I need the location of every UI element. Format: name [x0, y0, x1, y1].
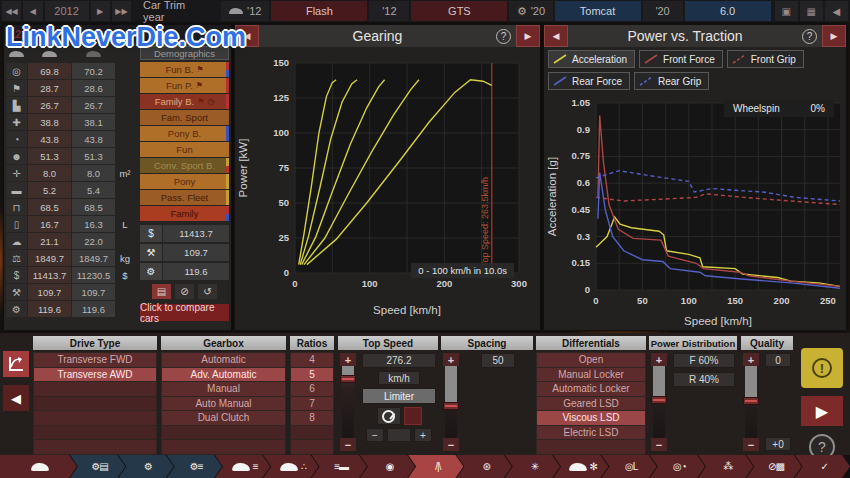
- variant-year-cell[interactable]: '20: [643, 1, 683, 21]
- tab-engine-family[interactable]: ⚙▤: [70, 455, 125, 478]
- variant-name-cell[interactable]: 6.0: [685, 1, 771, 21]
- spacing-slider[interactable]: + −: [443, 353, 459, 451]
- option-5[interactable]: 5: [291, 368, 333, 382]
- tab-car-body[interactable]: [0, 455, 77, 478]
- option-viscous-lsd[interactable]: Viscous LSD: [537, 411, 645, 425]
- demographic-fun-b[interactable]: Fun B.⚑: [140, 62, 229, 77]
- slider-handle[interactable]: [743, 397, 759, 405]
- option-automatic-locker[interactable]: Automatic Locker: [537, 382, 645, 396]
- limiter-gauge-button[interactable]: [377, 407, 401, 425]
- tab-brake-balance[interactable]: ◎◔: [650, 455, 705, 478]
- demographic-family[interactable]: Family: [140, 206, 229, 221]
- limiter-toggle[interactable]: [404, 407, 422, 425]
- compare-cars-button[interactable]: Click to compare cars: [140, 304, 229, 321]
- power-distribution-slider[interactable]: + −: [651, 353, 667, 451]
- tab-trim-fixtures[interactable]: ≡: [215, 455, 270, 478]
- minus-button[interactable]: −: [443, 438, 459, 451]
- next-graph-arrow[interactable]: ▶: [516, 25, 540, 47]
- option-7[interactable]: 7: [291, 397, 333, 411]
- trim-year-cell[interactable]: '12: [369, 1, 409, 21]
- tab-engine-variant[interactable]: ⚙: [118, 455, 173, 478]
- option-transverse-awd[interactable]: Transverse AWD: [34, 368, 156, 382]
- legend-front-grip[interactable]: Front Grip: [727, 50, 804, 68]
- photo-mode-icon[interactable]: ▣: [775, 1, 798, 21]
- option-8[interactable]: 8: [291, 411, 333, 425]
- engine-family-cell[interactable]: Tomcat: [555, 1, 641, 21]
- demographic-fam-sport[interactable]: Fam. Sport: [140, 110, 229, 125]
- year-last-button[interactable]: ▶▶: [112, 1, 131, 21]
- option-geared-lsd[interactable]: Geared LSD: [537, 397, 645, 411]
- undo-button[interactable]: ↺: [198, 284, 217, 299]
- engine-year-cell[interactable]: ⚙ '20: [509, 1, 552, 21]
- tab-suspension[interactable]: ∴: [263, 455, 318, 478]
- plus-button[interactable]: +: [340, 353, 356, 366]
- limiter-button[interactable]: Limiter: [362, 388, 436, 404]
- slider-handle[interactable]: [340, 375, 356, 383]
- legend-rear-force[interactable]: Rear Force: [548, 72, 630, 90]
- tab-drivetrain[interactable]: ≡▬: [312, 455, 367, 478]
- option-auto-manual[interactable]: Auto Manual: [162, 397, 285, 411]
- plus-button[interactable]: +: [651, 353, 667, 366]
- tab-aerodynamics[interactable]: ✻: [553, 455, 608, 478]
- help-icon[interactable]: ?: [802, 29, 817, 44]
- back-icon[interactable]: ◀: [825, 1, 848, 21]
- tab-driver-assists[interactable]: ⁂: [698, 455, 753, 478]
- year-prev-button[interactable]: ◀: [23, 1, 42, 21]
- demographic-family-b[interactable]: Family B.⚑◷: [140, 94, 229, 109]
- limiter-plus-button[interactable]: +: [414, 428, 432, 442]
- graph-view-icon[interactable]: [3, 351, 29, 377]
- tab-gearing[interactable]: /|\: [408, 455, 463, 478]
- minus-button[interactable]: −: [651, 438, 667, 451]
- slider-track[interactable]: [745, 366, 757, 438]
- slider-track[interactable]: [342, 366, 354, 438]
- tab-brakes[interactable]: ⊛: [456, 455, 511, 478]
- back-arrow-icon[interactable]: ◀: [3, 385, 29, 411]
- prev-graph-arrow[interactable]: ◀: [544, 25, 568, 47]
- limiter-minus-button[interactable]: −: [366, 428, 384, 442]
- demographic-pony[interactable]: Pony: [140, 174, 229, 189]
- plus-button[interactable]: +: [443, 353, 459, 366]
- top-speed-value[interactable]: 276.2: [362, 353, 436, 368]
- demographic-pass-fleet[interactable]: Pass. Fleet: [140, 190, 229, 205]
- quality-slider[interactable]: + −: [743, 353, 759, 451]
- legend-front-force[interactable]: Front Force: [639, 50, 723, 68]
- demographic-fun-p[interactable]: Fun P.⚑: [140, 78, 229, 93]
- spacing-value[interactable]: 50: [481, 353, 515, 368]
- showroom-icon[interactable]: ▦: [800, 1, 823, 21]
- option-transverse-fwd[interactable]: Transverse FWD: [34, 353, 156, 367]
- model-name-cell[interactable]: Flash: [271, 1, 367, 21]
- top-speed-slider[interactable]: + −: [340, 353, 356, 451]
- notes-button[interactable]: ▤: [152, 284, 171, 299]
- legend-rear-grip[interactable]: Rear Grip: [634, 72, 709, 90]
- tab-engine-tuning[interactable]: ⚙≡: [167, 455, 222, 478]
- option-6[interactable]: 6: [291, 382, 333, 396]
- demographic-fun[interactable]: Fun: [140, 142, 229, 157]
- demographic-pony-b[interactable]: Pony B.: [140, 126, 229, 141]
- slider-handle[interactable]: [443, 402, 459, 410]
- warnings-button[interactable]: !: [801, 348, 843, 388]
- year-first-button[interactable]: ◀◀: [2, 1, 21, 21]
- option-adv-automatic[interactable]: Adv. Automatic: [162, 368, 285, 382]
- demographic-conv-sport-b[interactable]: Conv. Sport B.: [140, 158, 229, 173]
- year-next-button[interactable]: ▶: [91, 1, 110, 21]
- tab-wheels-tires[interactable]: ◉: [360, 455, 415, 478]
- legend-acceleration[interactable]: Acceleration: [548, 50, 635, 68]
- minus-button[interactable]: −: [743, 438, 759, 451]
- model-year-cell[interactable]: '12: [221, 1, 269, 21]
- slider-track[interactable]: [653, 366, 665, 438]
- next-step-button[interactable]: ▶: [801, 396, 843, 426]
- tab-steering[interactable]: ◎L: [601, 455, 656, 478]
- option-manual-locker[interactable]: Manual Locker: [537, 368, 645, 382]
- help-icon[interactable]: ?: [496, 29, 511, 44]
- discard-button[interactable]: ⊘: [175, 284, 194, 299]
- plus-button[interactable]: +: [743, 353, 759, 366]
- trim-name-cell[interactable]: GTS: [411, 1, 507, 21]
- option-automatic[interactable]: Automatic: [162, 353, 285, 367]
- slider-handle[interactable]: [651, 396, 667, 404]
- tab-rims[interactable]: ✳: [505, 455, 560, 478]
- slider-track[interactable]: [445, 366, 457, 438]
- tab-testing[interactable]: ⊘▩: [746, 455, 801, 478]
- next-graph-arrow[interactable]: ▶: [822, 25, 846, 47]
- option-4[interactable]: 4: [291, 353, 333, 367]
- option-manual[interactable]: Manual: [162, 382, 285, 396]
